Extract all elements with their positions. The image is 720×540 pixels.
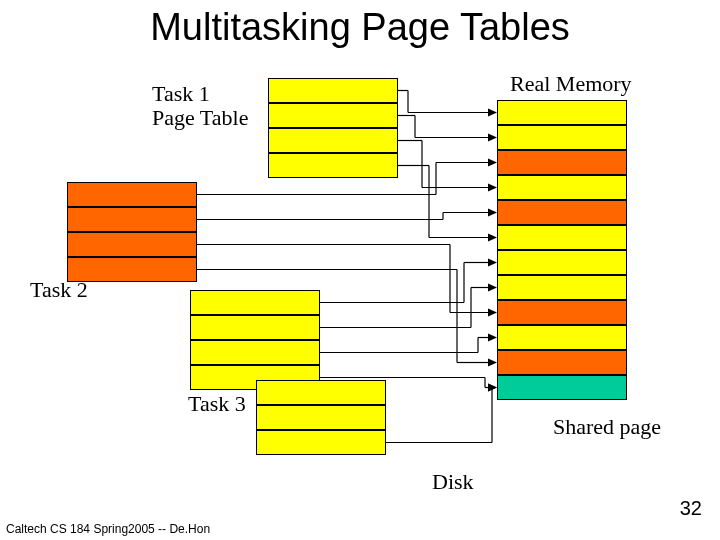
svg-marker-3 <box>488 109 497 117</box>
table-row <box>67 207 197 232</box>
table-row <box>256 380 386 405</box>
slide: Multitasking Page Tables Task 1 Page Tab… <box>0 0 720 540</box>
task3-label: Task 3 <box>188 392 246 416</box>
table-row <box>256 405 386 430</box>
table-row <box>497 375 627 400</box>
svg-marker-51 <box>488 384 497 392</box>
table-row <box>268 78 398 103</box>
real-memory-label: Real Memory <box>510 72 632 96</box>
table-row <box>67 182 197 207</box>
table-row <box>497 175 627 200</box>
table-row <box>190 290 320 315</box>
svg-marker-43 <box>488 334 497 342</box>
svg-marker-23 <box>488 209 497 217</box>
task2-upper-table <box>67 182 197 282</box>
table-row <box>497 200 627 225</box>
table-row <box>497 150 627 175</box>
table-row <box>497 275 627 300</box>
table-row <box>190 315 320 340</box>
svg-marker-15 <box>488 234 497 242</box>
svg-marker-19 <box>488 159 497 167</box>
svg-marker-11 <box>488 184 497 192</box>
task3-page-table <box>256 380 386 455</box>
task1-label: Task 1 Page Table <box>152 82 248 130</box>
table-row <box>497 350 627 375</box>
table-row <box>497 250 627 275</box>
page-title: Multitasking Page Tables <box>0 6 720 49</box>
table-row <box>256 430 386 455</box>
task2-lower-table <box>190 290 320 390</box>
table-row <box>497 225 627 250</box>
table-row <box>497 300 627 325</box>
svg-marker-27 <box>488 309 497 317</box>
task1-page-table <box>268 78 398 178</box>
svg-marker-35 <box>488 259 497 267</box>
table-row <box>268 128 398 153</box>
table-row <box>67 257 197 282</box>
footer-text: Caltech CS 184 Spring2005 -- De.Hon <box>6 522 210 536</box>
svg-marker-31 <box>488 359 497 367</box>
svg-marker-39 <box>488 284 497 292</box>
svg-marker-7 <box>488 134 497 142</box>
table-row <box>268 153 398 178</box>
disk-label: Disk <box>432 470 474 494</box>
svg-marker-47 <box>488 384 497 392</box>
shared-page-label: Shared page <box>553 415 661 439</box>
real-memory-column <box>497 100 627 400</box>
table-row <box>190 340 320 365</box>
slide-number: 32 <box>680 497 702 520</box>
table-row <box>497 100 627 125</box>
table-row <box>67 232 197 257</box>
table-row <box>497 325 627 350</box>
table-row <box>497 125 627 150</box>
table-row <box>268 103 398 128</box>
